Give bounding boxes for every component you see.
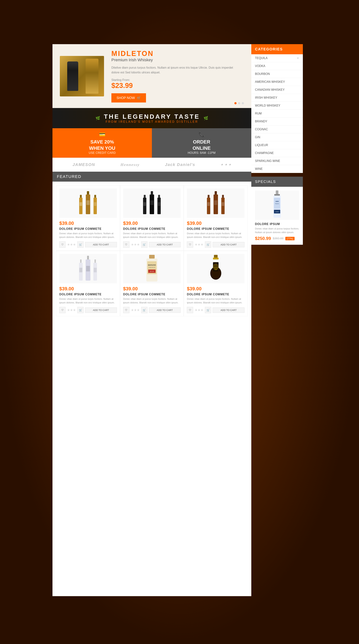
product-image-4 xyxy=(59,254,117,283)
bottle-svg-3a xyxy=(206,195,211,215)
cat-tequila[interactable]: TEQUILA ▼ xyxy=(251,54,303,62)
dot-2[interactable] xyxy=(238,102,240,104)
bottle-svg-1c xyxy=(92,195,98,215)
cat-world-whiskey-label: WORLD WHISKEY xyxy=(255,104,280,107)
promo-card-2-sub: HOURS: 8AM -11PM xyxy=(188,151,215,154)
add-to-cart-btn-4[interactable]: ADD TO CART xyxy=(85,308,117,313)
hero-price: $23.99 xyxy=(111,82,237,90)
cart-btn-5[interactable]: 🛒 xyxy=(141,307,147,313)
cat-bourbon[interactable]: BOURBON xyxy=(251,70,303,78)
product-actions-2: ♡ ★★★ 🛒 ADD TO CART xyxy=(123,242,181,248)
add-to-cart-btn-3[interactable]: ADD TO CART xyxy=(213,242,244,247)
star-rating-4: ★★★ xyxy=(67,308,76,312)
cat-irish-whiskey[interactable]: IRISH WHISKEY xyxy=(251,94,303,102)
svg-rect-0 xyxy=(80,195,82,198)
promo-sub-text: FROM IRELAND'S MOST AWARDED DISTILLER xyxy=(104,120,200,124)
product-image-5: BEEFEATER London Dry Gin DRY GIN xyxy=(123,254,181,283)
svg-rect-15 xyxy=(158,195,160,198)
specials-widget: SPECIALS 1800 TEQUILA SILVER xyxy=(251,177,303,245)
cat-brandy-label: BRANDY xyxy=(255,120,267,123)
shop-now-button[interactable]: SHOP NOW 🛒 xyxy=(111,93,146,102)
bottle-amber xyxy=(86,59,99,94)
cat-gin[interactable]: GIN xyxy=(251,134,303,141)
dot-3[interactable] xyxy=(242,102,244,104)
special-discount-badge: (77%) xyxy=(285,237,295,240)
cat-champagne[interactable]: CHAMPAGNE xyxy=(251,149,303,157)
brand-jameson: JAMESON xyxy=(73,162,95,167)
categories-widget: CATEGORIES TEQUILA ▼ VODKA BOURBON AMERI… xyxy=(251,44,303,173)
brand-logos-row: JAMESON Hennessy Jack Daniel's ✦ ✦ ✦ xyxy=(53,158,251,172)
promo-banner: 🌿 THE LEGENDARY TASTE FROM IRELAND'S MOS… xyxy=(53,108,251,128)
beefeater-bottle-svg: BEEFEATER London Dry Gin DRY GIN xyxy=(144,255,160,282)
promo-main-text: THE LEGENDARY TASTE xyxy=(104,113,200,120)
add-to-cart-btn-1[interactable]: ADD TO CART xyxy=(85,242,117,247)
svg-rect-44 xyxy=(213,258,219,260)
specials-header: SPECIALS xyxy=(251,177,303,187)
product-actions-4: ♡ ★★★ 🛒 ADD TO CART xyxy=(59,307,117,313)
svg-rect-33 xyxy=(95,260,96,263)
bottle-svg-2c xyxy=(156,195,162,215)
cat-world-whiskey[interactable]: WORLD WHISKEY xyxy=(251,102,303,110)
bottle-svg-4c xyxy=(92,260,98,282)
product-desc-3: Donec vitae diam ut purus turpis foctior… xyxy=(187,232,244,239)
add-to-cart-btn-2[interactable]: ADD TO CART xyxy=(149,242,181,247)
cart-btn-6[interactable]: 🛒 xyxy=(205,307,211,313)
svg-rect-23 xyxy=(214,200,217,205)
svg-rect-43 xyxy=(214,255,218,258)
cat-canadian-whiskey[interactable]: CANADIAN WHISKEY xyxy=(251,86,303,94)
svg-rect-20 xyxy=(207,202,210,206)
1800-tequila-svg: 1800 TEQUILA SILVER xyxy=(271,190,283,220)
cat-american-whiskey[interactable]: AMERICAN WHISKEY xyxy=(251,78,303,86)
special-image: 1800 TEQUILA SILVER xyxy=(255,190,299,220)
product-name-6: DOLORE IPSUM COMMETE xyxy=(187,293,244,296)
product-image-2 xyxy=(123,188,181,218)
wishlist-btn-6[interactable]: ♡ xyxy=(187,307,193,313)
product-actions-5: ♡ ★★★ 🛒 ADD TO CART xyxy=(123,307,181,313)
svg-rect-35 xyxy=(94,268,97,272)
christmas-bottle-svg: Christmas 1989 xyxy=(207,255,224,282)
wishlist-btn-1[interactable]: ♡ xyxy=(59,242,66,248)
special-product-name: DOLORE IPSUM xyxy=(255,222,299,226)
cart-btn-3[interactable]: 🛒 xyxy=(205,242,211,248)
wishlist-btn-3[interactable]: ♡ xyxy=(187,242,193,248)
promo-laurel-left: 🌿 xyxy=(96,116,100,120)
svg-rect-30 xyxy=(87,256,89,260)
star-rating-6: ★★★ xyxy=(195,308,203,312)
cat-brandy[interactable]: BRANDY xyxy=(251,118,303,126)
bottle-svg-1b xyxy=(85,191,91,215)
add-to-cart-btn-5[interactable]: ADD TO CART xyxy=(149,308,181,313)
product-card-6: Christmas 1989 $39.00 DOLORE IPSUM COMME… xyxy=(184,251,248,316)
cat-liqueur[interactable]: LIQUEUR xyxy=(251,141,303,149)
product-image-1 xyxy=(59,188,117,218)
promo-card-credit: 💳 SAVE 20%WHEN YOU USE CREDIT CARD xyxy=(53,128,152,158)
cat-cognac[interactable]: COGNAC xyxy=(251,126,303,134)
svg-rect-26 xyxy=(222,202,224,206)
cat-vodka[interactable]: VODKA xyxy=(251,62,303,70)
wishlist-btn-4[interactable]: ♡ xyxy=(59,307,66,313)
product-price-5: $39.00 xyxy=(123,286,181,292)
cat-rum[interactable]: RUM xyxy=(251,110,303,118)
promo-card-1-sub: USE CREDIT CARD xyxy=(89,151,116,154)
product-name-2: DOLORE IPSUM COMMETE xyxy=(123,227,181,230)
main-content: MIDLETON Premium Irish Whiskey Ditelive … xyxy=(53,44,251,596)
product-price-3: $39.00 xyxy=(187,220,244,226)
bottle-svg-4a xyxy=(78,260,84,282)
cat-sparkling-wine[interactable]: SPARKLING WINE xyxy=(251,157,303,165)
wishlist-btn-5[interactable]: ♡ xyxy=(123,307,129,313)
product-price-6: $39.00 xyxy=(187,286,244,292)
bottle-group-2 xyxy=(142,191,162,215)
star-rating-2: ★★★ xyxy=(131,242,140,246)
cat-wine[interactable]: WINE xyxy=(251,165,303,173)
product-card-2: $39.00 DOLORE IPSUM COMMETE Donec vitae … xyxy=(120,185,184,251)
cart-btn-1[interactable]: 🛒 xyxy=(77,242,84,248)
bottle-group-1 xyxy=(78,191,98,215)
credit-card-icon: 💳 xyxy=(99,132,106,138)
cart-btn-4[interactable]: 🛒 xyxy=(77,307,84,313)
tequila-arrow: ▼ xyxy=(297,57,299,60)
wishlist-btn-2[interactable]: ♡ xyxy=(123,242,129,248)
promo-card-2-title: ORDERONLINE xyxy=(193,139,211,152)
cart-btn-2[interactable]: 🛒 xyxy=(141,242,147,248)
product-price-2: $39.00 xyxy=(123,220,181,226)
add-to-cart-btn-6[interactable]: ADD TO CART xyxy=(213,308,244,313)
dot-1[interactable] xyxy=(234,102,237,104)
